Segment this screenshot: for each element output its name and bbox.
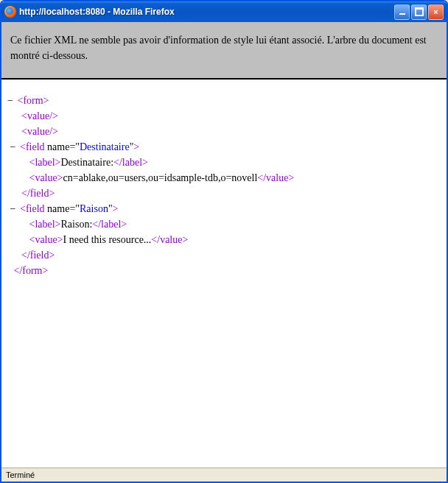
xml-line: </field> xyxy=(6,186,442,201)
xml-attr-val: Destinataire xyxy=(80,141,130,152)
window-buttons: × xyxy=(394,4,444,20)
xml-line: <label>Raison:</label> xyxy=(6,216,442,232)
xml-tree-view: − <form> <value/> <value/> − <field name… xyxy=(1,80,447,468)
xml-tag: </label> xyxy=(92,219,127,230)
xml-tag: </value> xyxy=(151,234,188,245)
xml-line: <value>cn=ablake,ou=users,ou=idsample-td… xyxy=(6,170,442,186)
xml-no-style-banner: Ce fichier XML ne semble pas avoir d'inf… xyxy=(1,22,447,80)
xml-tag: </field> xyxy=(21,188,55,199)
xml-text: I need this resource... xyxy=(63,234,152,245)
xml-line: <value/> xyxy=(6,108,442,124)
xml-tag: </value> xyxy=(257,172,294,183)
xml-tag: <value> xyxy=(29,172,63,183)
xml-tag: <field xyxy=(20,203,47,214)
xml-text: Raison: xyxy=(61,219,93,230)
window-titlebar: http://localhost:8080 - Mozilla Firefox … xyxy=(1,1,447,22)
xml-tag: <label> xyxy=(29,219,61,230)
xml-line: <value/> xyxy=(6,124,442,139)
minimize-button[interactable] xyxy=(394,4,410,20)
xml-tag: > xyxy=(113,203,119,214)
xml-tag: </label> xyxy=(113,157,148,168)
xml-tag: <form> xyxy=(18,95,49,106)
xml-tag: <value/> xyxy=(21,110,58,121)
collapse-toggle-icon[interactable]: − xyxy=(9,201,18,216)
xml-line: </form> xyxy=(6,263,442,278)
xml-attr-name: name=" xyxy=(47,141,80,152)
xml-line: </field> xyxy=(6,247,442,263)
close-button[interactable]: × xyxy=(428,4,444,20)
window-title: http://localhost:8080 - Mozilla Firefox xyxy=(19,7,394,17)
xml-tag: <field xyxy=(20,141,47,152)
xml-line: − <field name="Raison"> xyxy=(6,201,442,216)
maximize-button[interactable] xyxy=(411,4,427,20)
xml-line: <value>I need this resource...</value> xyxy=(6,232,442,247)
xml-attr-name: name=" xyxy=(47,203,80,214)
xml-tag: <value/> xyxy=(21,126,58,137)
collapse-toggle-icon[interactable]: − xyxy=(9,139,18,155)
xml-text: cn=ablake,ou=users,ou=idsample-tdb,o=nov… xyxy=(63,172,258,183)
status-text: Terminé xyxy=(6,470,35,479)
xml-tag: > xyxy=(133,141,139,152)
xml-tag: <label> xyxy=(29,157,61,168)
xml-line: − <field name="Destinataire"> xyxy=(6,139,442,155)
xml-text: Destinataire: xyxy=(61,157,114,168)
xml-line: − <form> xyxy=(6,93,442,108)
status-bar: Terminé xyxy=(1,468,447,482)
firefox-icon xyxy=(4,6,16,18)
xml-tag: </form> xyxy=(14,265,49,276)
client-area: Ce fichier XML ne semble pas avoir d'inf… xyxy=(1,22,447,468)
xml-tag: <value> xyxy=(29,234,63,245)
xml-line: <label>Destinataire:</label> xyxy=(6,155,442,170)
collapse-toggle-icon[interactable]: − xyxy=(6,93,15,108)
xml-attr-val: Raison xyxy=(80,203,108,214)
xml-tag: </field> xyxy=(21,250,55,261)
